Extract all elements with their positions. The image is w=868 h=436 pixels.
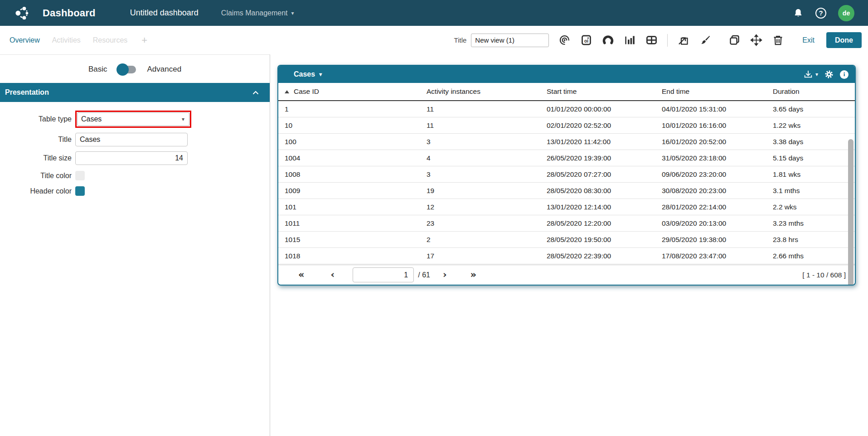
table-header-row: Case ID Activity instances Start time En… [278,83,855,101]
app-title: Dashboard [43,7,96,19]
table-cell: 17/08/2020 23:47:00 [662,252,773,260]
gear-icon [824,70,834,79]
page-number-input[interactable] [353,267,414,282]
duplicate-icon[interactable] [728,34,741,46]
table-cell: 1.22 wks [773,121,849,130]
table-cell: 1004 [285,154,427,162]
brush-icon[interactable] [699,34,711,46]
title-size-input[interactable] [75,151,188,165]
download-button[interactable]: ▾ [803,69,818,79]
table-cell: 1009 [285,187,427,195]
table-cell: 2.66 mths [773,252,849,260]
view-title-label: Title [454,36,467,44]
cases-table-widget: Cases ▾ ▾ i [277,65,856,286]
table-cell: 19 [427,187,547,195]
column-header-case-id[interactable]: Case ID [294,87,319,96]
table-cell: 1008 [285,170,427,179]
done-button[interactable]: Done [826,32,862,48]
table-type-value: Cases [81,115,102,123]
bar-chart-icon[interactable] [624,34,636,46]
presentation-section-header[interactable]: Presentation [0,83,270,102]
previous-page-button[interactable]: ‹ [331,270,335,280]
log-selector-label: Claims Management [221,9,288,17]
table-cell: 3.38 days [773,138,849,146]
gauge-icon[interactable] [602,34,614,46]
scrollbar-thumb[interactable] [848,139,853,286]
spiral-chart-icon[interactable] [558,34,571,46]
tab-resources[interactable]: Resources [93,36,127,44]
table-cell: 28/05/2020 07:27:00 [547,170,662,179]
basic-advanced-toggle[interactable] [118,66,136,73]
table-row[interactable]: 1015228/05/2020 19:50:0029/05/2020 19:38… [278,232,855,248]
table-row[interactable]: 1008328/05/2020 07:27:0009/06/2020 23:20… [278,166,855,183]
view-title-input[interactable] [471,34,549,47]
table-cell: 2.2 wks [773,203,849,211]
notifications-button[interactable] [793,8,804,19]
table-row[interactable]: 10091928/05/2020 08:30:0030/08/2020 20:2… [278,183,855,199]
dashboard-name: Untitled dashboard [130,8,199,18]
table-type-select[interactable]: Cases ▾ [77,112,189,126]
table-cell: 10/01/2020 16:16:00 [662,121,773,130]
tab-overview[interactable]: Overview [10,36,40,44]
table-cell: 1018 [285,252,427,260]
user-avatar[interactable]: de [838,5,854,21]
table-cell: 100 [285,138,427,146]
table-type-highlight: Cases ▾ [75,111,191,128]
move-icon[interactable] [750,34,762,46]
table-row[interactable]: 1011213/01/2020 12:14:0028/01/2020 22:14… [278,199,855,215]
table-cell: 30/08/2020 20:23:00 [662,187,773,195]
title-color-swatch[interactable] [75,171,85,180]
table-cell: 28/05/2020 19:50:00 [547,236,662,244]
column-header-activity-instances[interactable]: Activity instances [427,87,547,96]
info-button[interactable]: i [840,70,849,79]
table-cell: 13/01/2020 12:14:00 [547,203,662,211]
scrollbar-track[interactable] [848,139,853,286]
header-color-swatch[interactable] [75,186,85,196]
mode-advanced-label: Advanced [147,65,181,74]
table-cell: 1015 [285,236,427,244]
table-row[interactable]: 1004426/05/2020 19:39:0031/05/2020 23:18… [278,150,855,166]
column-header-duration[interactable]: Duration [773,87,849,96]
bell-icon [793,8,804,19]
column-header-start-time[interactable]: Start time [547,87,662,96]
widget-title-input[interactable] [75,133,188,146]
first-page-button[interactable]: « [298,270,305,280]
table-row[interactable]: 10181728/05/2020 22:39:0017/08/2020 23:4… [278,248,855,264]
widget-title-dropdown[interactable]: Cases ▾ [294,70,322,78]
pagination-bar: « ‹ / 61 › » [ 1 - 10 / 608 ] [278,265,855,285]
export-icon[interactable] [677,34,689,46]
table-cell: 04/01/2020 15:31:00 [662,105,773,113]
table-cell: 23.8 hrs [773,236,849,244]
table-cell: 09/06/2020 23:20:00 [662,170,773,179]
column-header-end-time[interactable]: End time [662,87,773,96]
table-cell: 01/01/2020 00:00:00 [547,105,662,113]
table-cell: 28/05/2020 22:39:00 [547,252,662,260]
exit-link[interactable]: Exit [802,36,815,44]
table-cell: 17 [427,252,547,260]
table-cell: 11 [427,121,547,130]
table-row[interactable]: 11101/01/2020 00:00:0004/01/2020 15:31:0… [278,101,855,117]
config-panel: Basic Advanced Presentation Table type C… [0,54,270,436]
table-cell: 28/05/2020 12:20:00 [547,219,662,228]
settings-button[interactable] [824,70,834,79]
numeric-metric-icon[interactable]: oi [580,34,592,46]
table-cell: 28/01/2020 22:14:00 [662,203,773,211]
delete-icon[interactable] [772,34,784,46]
sort-ascending-icon[interactable] [285,90,289,93]
last-page-button[interactable]: » [470,270,477,280]
table-icon[interactable] [645,34,658,46]
table-cell: 10 [285,121,427,130]
table-type-label: Table type [0,115,72,123]
tab-activities[interactable]: Activities [52,36,81,44]
log-selector-dropdown[interactable]: Claims Management ▾ [221,9,294,17]
table-row[interactable]: 100313/01/2020 11:42:0016/01/2020 20:52:… [278,134,855,150]
add-tab-button[interactable]: + [141,34,147,46]
table-row[interactable]: 101102/01/2020 02:52:0010/01/2020 16:16:… [278,117,855,134]
table-row[interactable]: 10112328/05/2020 12:20:0003/09/2020 20:1… [278,215,855,232]
table-cell: 02/01/2020 02:52:00 [547,121,662,130]
help-button[interactable]: ? [815,8,826,19]
next-page-button[interactable]: › [443,270,447,280]
row-range-label: [ 1 - 10 / 608 ] [802,271,846,279]
table-cell: 3.65 days [773,105,849,113]
table-cell: 29/05/2020 19:38:00 [662,236,773,244]
